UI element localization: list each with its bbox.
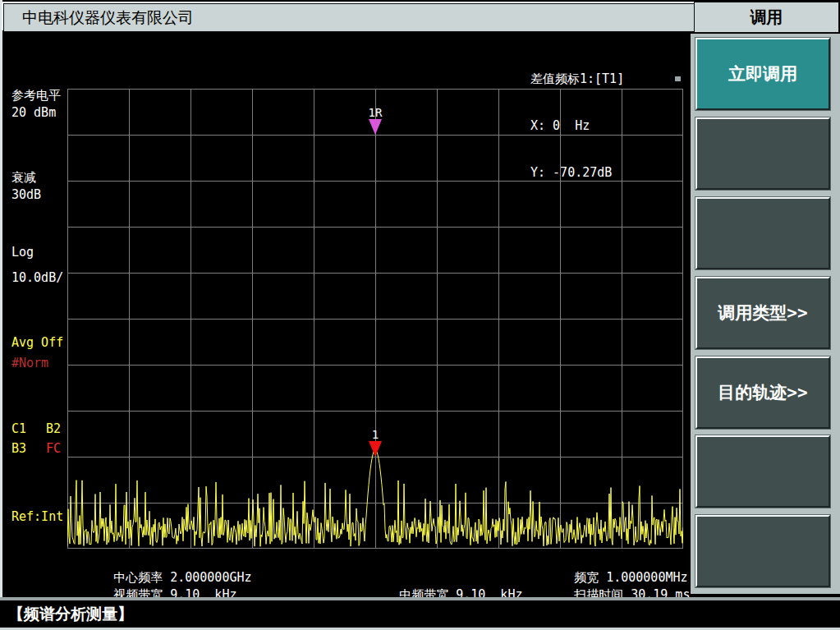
- softkey-dest-trace[interactable]: 目的轨迹>>: [695, 356, 830, 429]
- softkey-recall-now-label: 立即调用: [728, 62, 797, 85]
- trace-status-b3: B3: [11, 441, 26, 456]
- softkey-recall-type-label: 调用类型>>: [718, 301, 807, 324]
- reference-marker-1R: 1R: [368, 107, 383, 135]
- trace-status-fc: FC: [46, 441, 61, 456]
- reference-marker-icon: [369, 119, 382, 135]
- delta-marker-icon: [369, 441, 382, 457]
- attenuation-value: 30dB: [11, 187, 41, 202]
- trace-update-indicator: [675, 76, 681, 81]
- trace-status-b2: B2: [46, 421, 61, 436]
- delta-marker-1: 1: [368, 429, 383, 457]
- spectrum-plot: 1R 1: [67, 89, 683, 549]
- spectrum-display: 差值频标1:[T1] X: 0 Hz Y: -70.27dB 参考电平 20 d…: [7, 36, 688, 596]
- softkey-blank-3[interactable]: [695, 197, 830, 269]
- avg-status: Avg Off: [11, 335, 63, 350]
- company-name: 中电科仪器仪表有限公司: [22, 7, 194, 29]
- mode-title: 【频谱分析测量】: [8, 604, 133, 625]
- frame-left: [0, 0, 2, 597]
- delta-marker-label: 1: [372, 429, 379, 441]
- softkey-blank-2[interactable]: [695, 117, 830, 190]
- softkey-panel: 立即调用 调用类型>> 目的轨迹>>: [691, 34, 840, 594]
- menu-title: 调用: [694, 2, 839, 33]
- scale-value: 10.0dB/: [11, 270, 63, 285]
- instrument-screen: 中电科仪器仪表有限公司 调用 差值频标1:[T1] X: 0 Hz Y: -70…: [0, 0, 840, 630]
- delta-marker-title: 差值频标1:[T1]: [530, 71, 624, 87]
- ref-level-value: 20 dBm: [11, 105, 56, 120]
- attenuation-label: 衰减: [11, 170, 36, 186]
- menu-title-label: 调用: [750, 7, 783, 29]
- softkey-blank-6[interactable]: [695, 435, 830, 508]
- title-bar: 中电科仪器仪表有限公司: [3, 3, 707, 32]
- ref-source-status: Ref:Int: [11, 509, 63, 524]
- reference-marker-label: 1R: [369, 107, 383, 119]
- softkey-blank-7[interactable]: [695, 515, 830, 587]
- softkey-recall-now[interactable]: 立即调用: [695, 38, 830, 110]
- ref-level-label: 参考电平: [11, 88, 61, 103]
- trace-status-c1: C1: [11, 421, 26, 436]
- softkey-recall-type[interactable]: 调用类型>>: [695, 277, 830, 349]
- norm-status: #Norm: [11, 356, 48, 370]
- status-bar: 【频谱分析测量】: [0, 600, 840, 628]
- spectrum-plot-svg: [67, 89, 683, 549]
- scale-type-label: Log: [11, 245, 34, 260]
- softkey-dest-trace-label: 目的轨迹>>: [718, 381, 807, 404]
